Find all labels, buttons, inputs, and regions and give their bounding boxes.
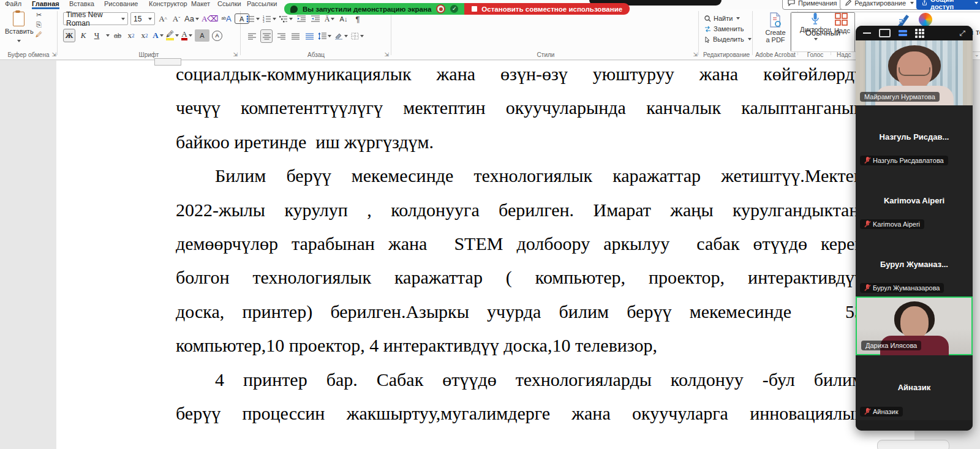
record-icon[interactable] bbox=[436, 4, 445, 13]
stop-share-button[interactable]: Остановить совместное использование bbox=[464, 3, 630, 15]
participant-tile[interactable]: Айназик Айназик bbox=[856, 355, 973, 420]
grow-font-button[interactable]: А^ bbox=[157, 13, 168, 25]
multilevel-list-button[interactable] bbox=[279, 13, 293, 25]
doc-line[interactable]: байкоо иретинде иш жүргүздүм. bbox=[176, 125, 864, 159]
tab-design[interactable]: Конструктор bbox=[149, 0, 187, 7]
participant-nametag: Айназик bbox=[860, 407, 903, 417]
search-icon bbox=[704, 15, 711, 22]
text-effects-button[interactable]: А bbox=[153, 29, 164, 42]
find-button[interactable]: Найти bbox=[704, 15, 752, 22]
share-icon bbox=[922, 0, 927, 6]
shading-button[interactable] bbox=[334, 30, 348, 42]
chevron-down-icon bbox=[121, 18, 125, 20]
doc-line[interactable]: 2022-жылы курулуп , колдонууга берилген.… bbox=[176, 193, 864, 227]
copilot-icon[interactable] bbox=[919, 13, 932, 26]
cut-button[interactable]: ✂ bbox=[36, 11, 42, 19]
enclose-characters-button[interactable]: А bbox=[212, 31, 222, 41]
align-left-button[interactable] bbox=[246, 30, 257, 42]
doc-line[interactable]: Билим берүү мекемесинде технологиялык ка… bbox=[176, 159, 864, 192]
document-page[interactable]: социалдык-коммуникациялык жана өзүн-өзү … bbox=[56, 61, 914, 449]
clear-formatting-button[interactable]: А⌫ bbox=[202, 13, 219, 25]
participant-tile-active-speaker[interactable]: Дариха Илясова bbox=[856, 296, 973, 355]
show-marks-button[interactable]: ¶ bbox=[352, 13, 363, 25]
tab-file[interactable]: Файл bbox=[5, 0, 21, 7]
chevron-down-icon bbox=[273, 18, 276, 20]
security-shield-icon[interactable]: ✓ bbox=[450, 5, 458, 13]
font-color-button[interactable]: А bbox=[181, 29, 192, 42]
ribbon-collapse-icon[interactable]: ⌄ bbox=[974, 51, 979, 58]
tab-insert[interactable]: Вставка bbox=[69, 0, 94, 7]
microphone-icon bbox=[811, 12, 820, 26]
clipboard-dialog-launcher[interactable]: ⇲ bbox=[51, 51, 56, 58]
superscript-button[interactable]: x2 bbox=[139, 29, 150, 42]
numbering-button[interactable]: 123 bbox=[263, 13, 276, 25]
highlight-button[interactable]: 🖉 bbox=[166, 29, 179, 42]
chevron-down-icon bbox=[360, 35, 364, 37]
minimize-icon[interactable] bbox=[863, 32, 871, 34]
bold-button[interactable]: Ж bbox=[63, 29, 75, 42]
tab-home[interactable]: Главная bbox=[32, 0, 59, 9]
paste-button[interactable]: Вставить bbox=[5, 12, 32, 46]
paragraph-dialog-launcher[interactable]: ⇲ bbox=[384, 51, 389, 58]
line-spacing-button[interactable] bbox=[318, 30, 331, 42]
copy-button[interactable]: ⎘ bbox=[36, 21, 42, 29]
doc-line[interactable]: доска, принтер) берилген.Азыркы учурда б… bbox=[176, 295, 864, 328]
shrink-font-button[interactable]: Аˇ bbox=[171, 13, 182, 25]
justify-button[interactable] bbox=[290, 30, 301, 42]
phonetic-guide-button[interactable]: ᵃᵇA bbox=[221, 13, 232, 25]
tab-mailings[interactable]: Рассылки bbox=[247, 0, 277, 7]
align-right-button[interactable] bbox=[276, 30, 287, 42]
tab-layout[interactable]: Макет bbox=[191, 0, 210, 7]
italic-button[interactable]: К bbox=[78, 29, 89, 42]
character-shading-button[interactable]: А bbox=[195, 29, 209, 42]
share-document-button[interactable]: Общий доступ bbox=[916, 0, 980, 10]
change-case-button[interactable]: Aa bbox=[184, 13, 199, 25]
doc-line[interactable]: болгон технологиялык каражаттар ( компью… bbox=[176, 260, 864, 294]
doc-line[interactable]: берүү процессин жакшыртуу,мугалимдерге ж… bbox=[176, 396, 864, 430]
asian-layout-button[interactable]: Ä bbox=[324, 13, 335, 25]
tab-draw[interactable]: Рисование bbox=[104, 0, 138, 7]
svg-text:3: 3 bbox=[263, 20, 265, 23]
doc-line[interactable]: 4 принтер бар. Сабак өтүүдө технологияла… bbox=[176, 363, 864, 396]
chevron-down-icon bbox=[974, 2, 978, 4]
replace-button[interactable]: Заменить bbox=[704, 25, 752, 32]
strikethrough-button[interactable]: ab bbox=[112, 29, 123, 42]
doc-line[interactable]: компьютер,10 проектор, 4 интерактивдүү д… bbox=[176, 328, 864, 362]
voice-group: Диктофон Голос bbox=[800, 9, 831, 59]
font-dialog-launcher[interactable]: ⇲ bbox=[233, 51, 238, 58]
decrease-indent-button[interactable] bbox=[296, 13, 307, 25]
align-center-button[interactable] bbox=[260, 29, 273, 43]
gallery-view-icon[interactable] bbox=[915, 29, 924, 38]
doc-line[interactable]: чечүү компетенттүүлүгү мектептин окуучул… bbox=[176, 91, 864, 124]
select-button[interactable]: Выделить bbox=[704, 36, 752, 43]
sort-button[interactable]: А↓ bbox=[338, 13, 349, 25]
participant-tile[interactable]: Назгуль Рисдав... Назгуль Рисдавлатова bbox=[856, 105, 973, 169]
bullets-button[interactable] bbox=[246, 13, 260, 25]
tab-references[interactable]: Ссылки bbox=[217, 0, 241, 7]
format-painter-button[interactable]: 🖉 bbox=[36, 31, 42, 39]
participant-tile-video[interactable]: Майрамгул Нурматова bbox=[856, 40, 973, 105]
underline-button[interactable]: Ч bbox=[91, 29, 102, 42]
font-size-combo[interactable]: 15 bbox=[130, 12, 155, 25]
comments-button[interactable]: Примечания bbox=[782, 0, 845, 10]
word-window: Файл Главная Вставка Рисование Конструкт… bbox=[0, 0, 980, 449]
font-name-combo[interactable]: Times New Roman bbox=[63, 12, 128, 25]
addins-button[interactable]: Надс bbox=[834, 12, 850, 34]
participant-tile[interactable]: Бурул Жуманаз... Бурул Жуманазарова bbox=[856, 233, 973, 296]
editing-mode-button[interactable]: Редактирование bbox=[840, 0, 919, 10]
subscript-button[interactable]: x2 bbox=[126, 29, 137, 42]
screen-share-banner: Вы запустили демонстрацию экрана ✓ Остан… bbox=[284, 3, 630, 15]
distribute-button[interactable] bbox=[304, 30, 315, 42]
create-pdf-button[interactable]: Createa PDF bbox=[755, 12, 796, 43]
dictate-button[interactable]: Диктофон bbox=[800, 12, 831, 44]
styles-dialog-launcher[interactable]: ⇲ bbox=[693, 51, 698, 58]
borders-button[interactable] bbox=[351, 30, 364, 42]
doc-line[interactable]: демөөрчүлөр тарабынан жана STEM долбоору… bbox=[176, 227, 864, 260]
increase-indent-button[interactable] bbox=[310, 13, 321, 25]
speaker-view-icon[interactable] bbox=[899, 30, 907, 36]
minimized-view-icon[interactable] bbox=[879, 29, 891, 37]
participant-tile[interactable]: Karimova Aiperi Karimova Aiperi bbox=[856, 169, 973, 233]
doc-line[interactable]: социалдык-коммуникациялык жана өзүн-өзү … bbox=[176, 57, 864, 91]
expand-icon[interactable]: ⤢ bbox=[959, 29, 965, 37]
chevron-down-icon bbox=[17, 40, 21, 42]
